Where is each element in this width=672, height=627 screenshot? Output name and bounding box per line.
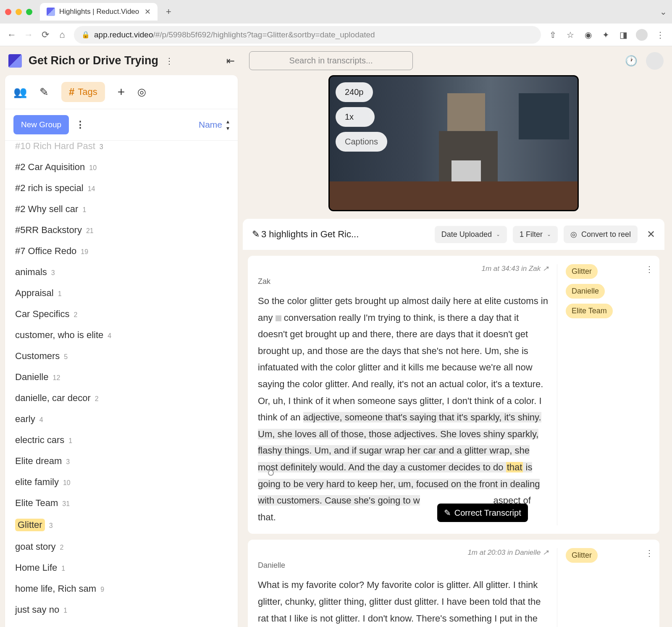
project-menu-icon[interactable]: ⋮ [165, 56, 173, 66]
sidebar: 👥 ✎ # Tags + ◎ New Group ⋮ Name ▴▾ #10 R… [5, 75, 238, 627]
browser-tab[interactable]: Highlights | Reduct.Video ✕ [40, 3, 158, 21]
filter-button[interactable]: 1 Filter⌄ [513, 226, 558, 243]
tag-name: #2 rich is special [15, 183, 84, 194]
sidebar-menu-icon[interactable]: ⋮ [76, 119, 85, 130]
collapse-sidebar-icon[interactable]: ⇥ [226, 55, 235, 67]
tag-name: Home Life [15, 562, 57, 573]
window-controls[interactable] [5, 9, 32, 15]
tag-count: 5 [64, 353, 68, 361]
transcript-text[interactable]: So the color glitter gets brought up alm… [258, 293, 549, 525]
tabs-dropdown-icon[interactable]: ⌄ [660, 7, 667, 17]
tag-chip[interactable]: Glitter [566, 548, 598, 563]
url-bar[interactable]: 🔒 app.reduct.video/#/p/5998b5f692/highli… [74, 26, 541, 44]
history-icon[interactable]: 🕐 [625, 55, 638, 67]
highlights-panel: ✎ 3 highlights in Get Ric... Date Upload… [243, 219, 664, 627]
tag-count: 10 [89, 164, 97, 172]
captions-button[interactable]: Captions [336, 132, 387, 152]
tag-item[interactable]: just say no1 [15, 599, 228, 620]
target-tab-icon[interactable]: ◎ [137, 86, 146, 98]
tag-item[interactable]: #5RR Backstory21 [15, 220, 228, 241]
search-input[interactable]: Search in transcripts... [249, 51, 413, 70]
tag-item[interactable]: Car Specifics2 [15, 304, 228, 325]
tag-item[interactable]: Home Life1 [15, 557, 228, 578]
quality-button[interactable]: 240p [336, 82, 373, 102]
tag-count: 1 [68, 437, 72, 445]
url-text: app.reduct.video/#/p/5998b5f692/highligh… [94, 30, 375, 39]
tag-item[interactable]: early4 [15, 409, 228, 430]
back-button[interactable]: ← [7, 29, 17, 40]
tag-item[interactable]: electric cars1 [15, 430, 228, 451]
sort-by-name[interactable]: Name ▴▾ [199, 118, 229, 131]
tag-chip[interactable]: Elite Team [566, 304, 613, 318]
speed-button[interactable]: 1x [336, 107, 375, 127]
add-tab-icon[interactable]: + [118, 85, 125, 99]
tag-name: elite family [15, 477, 59, 488]
tag-item[interactable]: #2 Car Aquisition10 [15, 157, 228, 178]
close-tab-icon[interactable]: ✕ [144, 7, 151, 16]
share-icon[interactable]: ⇧ [548, 30, 558, 40]
home-button[interactable]: ⌂ [57, 29, 67, 40]
reload-button[interactable]: ⟳ [40, 29, 50, 40]
tag-count: 31 [62, 500, 70, 508]
eye-icon[interactable]: ◉ [583, 30, 593, 40]
tab-title: Highlights | Reduct.Video [59, 8, 140, 16]
tag-name: danielle, car decor [15, 393, 91, 404]
people-tab-icon[interactable]: 👥 [13, 86, 27, 99]
correct-transcript-button[interactable]: ✎ Correct Transcript [437, 504, 528, 522]
sort-button[interactable]: Date Uploaded⌄ [435, 226, 507, 243]
close-panel-icon[interactable]: ✕ [647, 228, 655, 240]
tag-item[interactable]: goat story2 [15, 536, 228, 557]
tag-item[interactable]: #7 Office Redo19 [15, 241, 228, 262]
tag-item[interactable]: home life, Rich sam9 [15, 578, 228, 599]
card-menu-icon[interactable]: ⋮ [645, 264, 654, 274]
highlights-title: 3 highlights in Get Ric... [261, 229, 359, 240]
highlight-meta[interactable]: 1m at 34:43 in Zak ↗ [258, 264, 549, 273]
new-tab-button[interactable]: + [166, 6, 171, 17]
tag-item[interactable]: Customers5 [15, 346, 228, 367]
extensions-icon[interactable]: ✦ [601, 30, 611, 40]
highlight-tab-icon[interactable]: ✎ [39, 86, 49, 99]
tag-count: 3 [66, 458, 70, 466]
card-menu-icon[interactable]: ⋮ [645, 548, 654, 558]
tag-item[interactable]: meals1 [15, 620, 228, 627]
app-logo[interactable] [8, 54, 22, 68]
tag-name: #5RR Backstory [15, 225, 82, 236]
highlight-meta[interactable]: 1m at 20:03 in Danielle ↗ [258, 548, 549, 557]
tag-name: Elite dream [15, 456, 62, 467]
browser-menu-icon[interactable]: ⋮ [655, 30, 665, 40]
tags-tab[interactable]: # Tags [61, 82, 105, 102]
tag-name: Elite Team [15, 498, 58, 509]
tag-item[interactable]: elite family10 [15, 472, 228, 493]
tag-item[interactable]: #2 Why sell car1 [15, 199, 228, 220]
user-avatar[interactable] [646, 52, 664, 70]
tag-name: just say no [15, 604, 59, 615]
tag-item[interactable]: Elite Team31 [15, 493, 228, 514]
tag-item[interactable]: Danielle12 [15, 367, 228, 388]
new-group-button[interactable]: New Group [13, 115, 69, 134]
transcript-text[interactable]: What is my favorite color? My favorite c… [258, 577, 549, 627]
tag-count: 19 [81, 248, 88, 256]
tag-count: 1 [61, 565, 65, 572]
tag-count: 12 [53, 374, 60, 382]
tag-item[interactable]: Elite dream3 [15, 451, 228, 472]
tag-item[interactable]: customer, who is elite4 [15, 325, 228, 346]
tag-item[interactable]: #2 rich is special14 [15, 178, 228, 199]
tag-item[interactable]: #10 Rich Hard Past3 [15, 141, 228, 157]
profile-avatar[interactable] [636, 29, 648, 41]
tag-name: goat story [15, 541, 56, 552]
bookmark-icon[interactable]: ☆ [565, 30, 575, 40]
tag-item[interactable]: animals3 [15, 262, 228, 283]
tag-item[interactable]: Appraisal1 [15, 283, 228, 304]
sort-arrows-icon: ▴▾ [226, 118, 229, 131]
video-player[interactable]: 240p 1x Captions [328, 75, 579, 211]
tag-chip[interactable]: Danielle [566, 284, 605, 299]
convert-to-reel-button[interactable]: ◎Convert to reel [564, 226, 638, 243]
tag-list[interactable]: #10 Rich Hard Past3#2 Car Aquisition10#2… [5, 141, 238, 627]
tag-item[interactable]: Glitter3 [15, 514, 228, 536]
tag-count: 1 [82, 206, 86, 214]
panel-icon[interactable]: ◨ [618, 30, 628, 40]
tag-count: 1 [58, 290, 62, 298]
tag-item[interactable]: danielle, car decor2 [15, 388, 228, 409]
tag-count: 3 [49, 522, 53, 530]
tag-chip[interactable]: Glitter [566, 264, 598, 279]
